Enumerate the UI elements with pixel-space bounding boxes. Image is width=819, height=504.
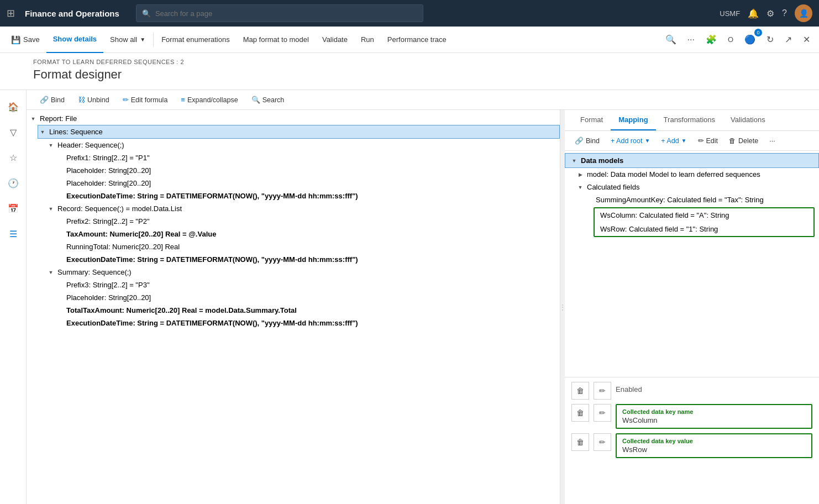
expand-collapse-button[interactable]: ≡ Expand/collapse: [175, 93, 243, 106]
tree-item-report[interactable]: Report: File: [29, 112, 560, 125]
sidebar-icon-home[interactable]: 🏠: [2, 96, 24, 118]
toggle-data-models[interactable]: [570, 158, 579, 164]
toggle-report[interactable]: [29, 116, 38, 122]
tree-item-execdate2[interactable]: ExecutionDateTime: String = DATETIMEFORM…: [55, 253, 560, 266]
page-header: FORMAT TO LEARN DEFERRED SEQUENCES : 2 F…: [0, 53, 819, 90]
tab-validations[interactable]: Validations: [723, 110, 773, 130]
tab-format[interactable]: Format: [573, 110, 611, 130]
office-icon[interactable]: O: [723, 32, 738, 47]
designer-toolbar: 🔗 Bind ⛓ Unbind ✏ Edit formula ≡ Expand/…: [27, 90, 819, 110]
sidebar-icon-calendar[interactable]: 📅: [2, 197, 24, 219]
bind-button[interactable]: 🔗 Bind: [34, 93, 70, 106]
toggle-record[interactable]: [46, 206, 55, 212]
refresh-icon[interactable]: ↻: [762, 31, 778, 48]
edit-keyvalue-button[interactable]: ✏: [594, 433, 611, 451]
tree-item-record[interactable]: Record: Sequence(;) = model.Data.List: [46, 202, 560, 215]
cmd-right: 🔍 ··· 🧩 O 🔵0 ↻ ↗ ✕: [661, 31, 815, 48]
mapping-tree: Data models model: Data model Model to l…: [565, 151, 819, 377]
tree-item-placeholder1[interactable]: Placeholder: String[20..20]: [55, 164, 560, 177]
toggle-header[interactable]: [46, 143, 55, 148]
map-format-button[interactable]: Map format to model: [237, 27, 316, 53]
split-pane: Report: File Lines: Sequence Header: Seq…: [27, 110, 819, 504]
trash-icon: 🗑: [729, 137, 736, 145]
mapping-highlight-box: WsColumn: Calculated field = "A": String…: [594, 207, 815, 237]
delete-enabled-button[interactable]: 🗑: [571, 382, 589, 400]
notification-badge-icon[interactable]: 🔵0: [740, 31, 760, 48]
tree-item-totaltax[interactable]: TotalTaxAmount: Numeric[20..20] Real = m…: [55, 304, 560, 317]
content-area: 🏠 ▽ ☆ 🕐 📅 ☰ 🔗 Bind ⛓ Unbind ✏: [0, 90, 819, 504]
add-root-button[interactable]: + Add root ▼: [606, 135, 654, 147]
edit-keyname-button[interactable]: ✏: [594, 404, 611, 422]
mapping-item-wsrow[interactable]: WsRow: Calculated field = "1": String: [595, 222, 813, 236]
mapping-item-model[interactable]: model: Data model Model to learn deferre…: [576, 168, 819, 181]
breadcrumb: FORMAT TO LEARN DEFERRED SEQUENCES : 2: [33, 59, 808, 65]
settings-icon[interactable]: ⚙: [767, 8, 774, 19]
edit-formula-button[interactable]: ✏ Edit formula: [117, 93, 174, 106]
show-all-button[interactable]: Show all ▼: [103, 27, 152, 53]
tab-mapping[interactable]: Mapping: [611, 110, 655, 130]
bottom-panel: 🗑 ✏ Enabled 🗑 ✏ Collected data key name: [565, 377, 819, 504]
top-nav: ⊞ Finance and Operations 🔍 USMF 🔔 ⚙ ? 👤: [0, 0, 819, 27]
mapping-toolbar: 🔗 Bind + Add root ▼ + Add ▼ ✏: [565, 131, 819, 151]
add-button[interactable]: + Add ▼: [657, 135, 691, 147]
delete-keyvalue-button[interactable]: 🗑: [571, 433, 589, 451]
mapping-item-summing[interactable]: SummingAmountKey: Calculated field = "Ta…: [585, 193, 819, 206]
external-link-icon[interactable]: ↗: [780, 31, 796, 48]
tree-item-placeholder2[interactable]: Placeholder: String[20..20]: [55, 177, 560, 190]
search-icon: 🔍: [142, 9, 151, 18]
property-enabled: Enabled: [616, 382, 812, 396]
tree-item-lines[interactable]: Lines: Sequence: [38, 125, 560, 139]
sidebar-icon-favorites[interactable]: ☆: [2, 146, 24, 169]
show-details-button[interactable]: Show details: [46, 27, 103, 53]
validate-button[interactable]: Validate: [316, 27, 354, 53]
unbind-button[interactable]: ⛓ Unbind: [72, 93, 115, 106]
tree-item-placeholder3[interactable]: Placeholder: String[20..20]: [55, 291, 560, 304]
close-icon[interactable]: ✕: [799, 31, 815, 48]
search-cmd-icon[interactable]: 🔍: [661, 31, 681, 48]
search-input[interactable]: [155, 9, 417, 18]
mapping-item-calc-fields[interactable]: Calculated fields: [576, 181, 819, 193]
separator-1: [153, 32, 154, 48]
tree-item-prefix2[interactable]: Prefix2: String[2..2] = "P2": [55, 215, 560, 228]
tree-item-execdate1[interactable]: ExecutionDateTime: String = DATETIMEFORM…: [55, 190, 560, 202]
toggle-model[interactable]: [576, 172, 585, 177]
avatar[interactable]: 👤: [795, 4, 812, 22]
toggle-calc-fields[interactable]: [576, 185, 585, 190]
edit-map-button[interactable]: ✏ Edit: [694, 134, 723, 147]
mapping-pane: Format Mapping Transformations Validatio…: [565, 110, 819, 504]
search-button[interactable]: 🔍 Search: [246, 93, 290, 106]
sidebar-icon-filter[interactable]: ▽: [2, 121, 24, 143]
more-icon[interactable]: ···: [683, 32, 699, 48]
designer-area: 🔗 Bind ⛓ Unbind ✏ Edit formula ≡ Expand/…: [27, 90, 819, 504]
more-map-button[interactable]: ···: [765, 135, 779, 147]
puzzle-icon[interactable]: 🧩: [701, 31, 721, 48]
toggle-summary[interactable]: [46, 270, 55, 275]
sidebar-icon-recent[interactable]: 🕐: [2, 172, 24, 194]
property-row-key-name: 🗑 ✏ Collected data key name WsColumn: [571, 404, 812, 429]
delete-button[interactable]: 🗑 Delete: [725, 135, 763, 147]
save-button[interactable]: 💾 Save: [4, 27, 46, 53]
edit-enabled-button[interactable]: ✏: [594, 382, 611, 400]
tree-item-prefix3[interactable]: Prefix3: String[2..2] = "P3": [55, 279, 560, 291]
tree-item-header[interactable]: Header: Sequence(;): [46, 139, 560, 151]
format-enumerations-button[interactable]: Format enumerations: [155, 27, 237, 53]
performance-trace-button[interactable]: Performance trace: [381, 27, 453, 53]
property-row-key-value: 🗑 ✏ Collected data key value WsRow: [571, 433, 812, 458]
tree-item-taxamount[interactable]: TaxAmount: Numeric[20..20] Real = @.Valu…: [55, 228, 560, 240]
grid-icon[interactable]: ⊞: [7, 7, 15, 19]
notification-icon[interactable]: 🔔: [748, 8, 759, 19]
sidebar-icon-list[interactable]: ☰: [2, 223, 24, 245]
splitter[interactable]: ⋮: [560, 110, 565, 504]
tree-item-execdate3[interactable]: ExecutionDateTime: String = DATETIMEFORM…: [55, 317, 560, 329]
mapping-item-wscolumn[interactable]: WsColumn: Calculated field = "A": String: [595, 208, 813, 222]
mapping-item-data-models[interactable]: Data models: [565, 153, 819, 168]
tree-item-summary[interactable]: Summary: Sequence(;): [46, 266, 560, 279]
mapping-bind-button[interactable]: 🔗 Bind: [570, 134, 604, 147]
tree-item-prefix1[interactable]: Prefix1: String[2..2] = "P1": [55, 151, 560, 164]
run-button[interactable]: Run: [354, 27, 381, 53]
tab-transformations[interactable]: Transformations: [656, 110, 723, 130]
tree-item-runningtotal[interactable]: RunningTotal: Numeric[20..20] Real: [55, 240, 560, 253]
toggle-lines[interactable]: [38, 129, 47, 135]
help-icon[interactable]: ?: [782, 8, 787, 18]
delete-keyname-button[interactable]: 🗑: [571, 404, 589, 422]
